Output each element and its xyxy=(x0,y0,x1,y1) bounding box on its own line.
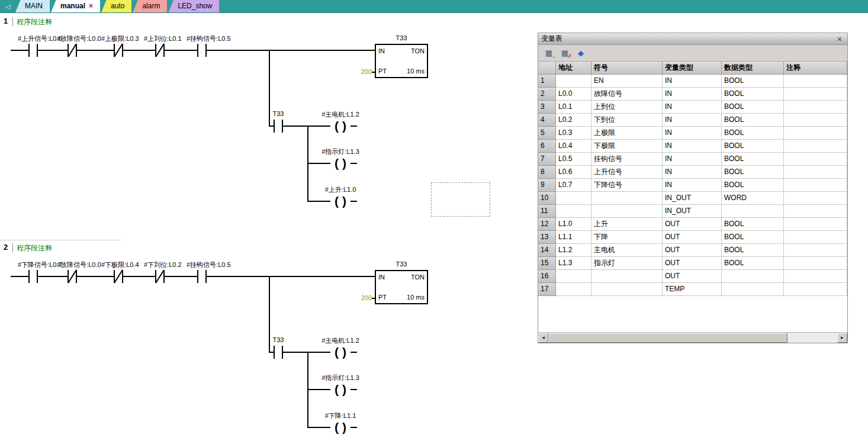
comment-cell[interactable] xyxy=(784,283,847,296)
contact-nc[interactable] xyxy=(114,44,123,57)
data-type-cell[interactable]: BOOL xyxy=(722,101,784,114)
data-type-cell[interactable] xyxy=(722,205,784,218)
coil[interactable]: () xyxy=(330,420,351,435)
symbol-cell[interactable]: 下降 xyxy=(591,231,663,244)
comment-cell[interactable] xyxy=(784,205,847,218)
coil-label[interactable]: #下降:L1.1 xyxy=(325,411,356,420)
symbol-cell[interactable]: 上升 xyxy=(591,218,663,231)
contact-label[interactable]: #下到位:L0.2 xyxy=(144,260,182,269)
tab-alarm[interactable]: alarm xyxy=(133,0,167,12)
data-type-cell[interactable]: BOOL xyxy=(722,244,784,257)
contact-nc[interactable] xyxy=(155,44,165,57)
sort-icon[interactable]: ◆ xyxy=(574,47,587,59)
symbol-cell[interactable]: 上到位 xyxy=(591,101,663,114)
tab-led-show[interactable]: LED_show xyxy=(168,0,219,12)
contact-nc[interactable] xyxy=(114,270,123,283)
timer-name[interactable]: T33 xyxy=(396,260,407,268)
row-number-cell[interactable]: 11 xyxy=(538,205,556,218)
var-type-cell[interactable]: OUT xyxy=(663,257,722,270)
var-type-cell[interactable]: OUT xyxy=(663,231,722,244)
contact-label[interactable]: #挂钩信号:L0.5 xyxy=(187,34,231,43)
col-header-address[interactable]: 地址 xyxy=(556,62,591,75)
coil[interactable]: () xyxy=(330,194,351,208)
comment-cell[interactable] xyxy=(784,244,847,257)
contact-no[interactable] xyxy=(28,270,38,283)
symbol-cell[interactable]: 主电机 xyxy=(591,244,663,257)
row-number-cell[interactable]: 17 xyxy=(538,283,556,296)
var-type-cell[interactable]: OUT xyxy=(663,270,722,283)
delete-row-icon[interactable]: ▦ ✗ xyxy=(558,47,571,59)
col-header-comment[interactable]: 注释 xyxy=(784,62,847,75)
var-type-cell[interactable]: IN xyxy=(663,88,722,101)
symbol-cell[interactable] xyxy=(591,192,663,205)
selection-box[interactable] xyxy=(431,182,490,217)
address-cell[interactable]: L0.6 xyxy=(556,166,591,179)
address-cell[interactable] xyxy=(556,192,591,205)
tab-auto[interactable]: auto xyxy=(101,0,131,12)
address-cell[interactable]: L1.1 xyxy=(556,231,591,244)
var-type-cell[interactable]: IN xyxy=(663,101,722,114)
scroll-right-button[interactable]: ► xyxy=(837,333,847,343)
scroll-left-button[interactable]: ◄ xyxy=(538,333,548,343)
symbol-cell[interactable]: EN xyxy=(591,75,663,88)
address-cell[interactable]: L0.2 xyxy=(556,114,591,127)
data-type-cell[interactable]: BOOL xyxy=(722,114,784,127)
row-number-cell[interactable]: 9 xyxy=(538,179,556,192)
address-cell[interactable]: L0.1 xyxy=(556,101,591,114)
symbol-cell[interactable]: 下极限 xyxy=(591,140,663,153)
address-cell[interactable] xyxy=(556,205,591,218)
symbol-cell[interactable]: 故障信号 xyxy=(591,88,663,101)
address-cell[interactable]: L0.3 xyxy=(556,127,591,140)
contact-nc[interactable] xyxy=(155,270,165,283)
data-type-cell[interactable]: BOOL xyxy=(722,127,784,140)
contact-nc[interactable] xyxy=(67,270,77,283)
row-number-cell[interactable]: 15 xyxy=(538,257,556,270)
row-number-cell[interactable]: 5 xyxy=(538,127,556,140)
contact-label[interactable]: #上升信号:L0.6 xyxy=(18,34,62,43)
data-type-cell[interactable]: BOOL xyxy=(722,231,784,244)
address-cell[interactable]: L0.4 xyxy=(556,140,591,153)
contact-no[interactable] xyxy=(28,44,38,57)
var-type-cell[interactable]: IN_OUT xyxy=(663,205,722,218)
contact-label[interactable]: #上极限:L0.3 xyxy=(101,34,139,43)
h-scrollbar[interactable]: ◄ ► xyxy=(538,332,847,343)
scroll-thumb[interactable] xyxy=(548,333,787,343)
comment-cell[interactable] xyxy=(784,88,847,101)
contact-label[interactable]: #下降信号:L0.7 xyxy=(18,260,62,269)
var-type-cell[interactable]: IN xyxy=(663,166,722,179)
coil-label[interactable]: #主电机:L1.2 xyxy=(322,336,359,345)
contact-label[interactable]: #挂钩信号:L0.5 xyxy=(187,260,231,269)
network-comment[interactable]: 程序段注释 xyxy=(17,17,52,27)
address-cell[interactable]: L1.3 xyxy=(556,257,591,270)
symbol-cell[interactable]: 下降信号 xyxy=(591,179,663,192)
coil[interactable]: () xyxy=(330,119,351,133)
comment-cell[interactable] xyxy=(784,218,847,231)
row-number-cell[interactable]: 8 xyxy=(538,166,556,179)
data-type-cell[interactable]: BOOL xyxy=(722,153,784,166)
insert-row-icon[interactable]: ▦ → xyxy=(542,47,555,59)
address-cell[interactable]: L1.2 xyxy=(556,244,591,257)
contact-nc[interactable] xyxy=(67,44,77,57)
row-number-cell[interactable]: 7 xyxy=(538,153,556,166)
col-header-data-type[interactable]: 数据类型 xyxy=(722,62,784,75)
corner-cell[interactable] xyxy=(538,62,556,75)
col-header-symbol[interactable]: 符号 xyxy=(591,62,663,75)
comment-cell[interactable] xyxy=(784,101,847,114)
row-number-cell[interactable]: 10 xyxy=(538,192,556,205)
row-number-cell[interactable]: 16 xyxy=(538,270,556,283)
var-type-cell[interactable]: OUT xyxy=(663,244,722,257)
coil-label[interactable]: #主电机:L1.2 xyxy=(322,110,359,119)
var-type-cell[interactable]: TEMP xyxy=(663,283,722,296)
contact-label[interactable]: #故障信号:L0.0 xyxy=(57,34,101,43)
symbol-cell[interactable] xyxy=(591,205,663,218)
row-number-cell[interactable]: 1 xyxy=(538,75,556,88)
coil[interactable]: () xyxy=(330,345,351,359)
close-tab-icon[interactable]: × xyxy=(89,0,93,12)
comment-cell[interactable] xyxy=(784,192,847,205)
row-number-cell[interactable]: 14 xyxy=(538,244,556,257)
address-cell[interactable] xyxy=(556,283,591,296)
symbol-cell[interactable]: 上升信号 xyxy=(591,166,663,179)
coil[interactable]: () xyxy=(330,382,351,397)
coil-label[interactable]: #上升:L1.0 xyxy=(325,185,356,194)
contact-label[interactable]: T33 xyxy=(273,336,284,343)
